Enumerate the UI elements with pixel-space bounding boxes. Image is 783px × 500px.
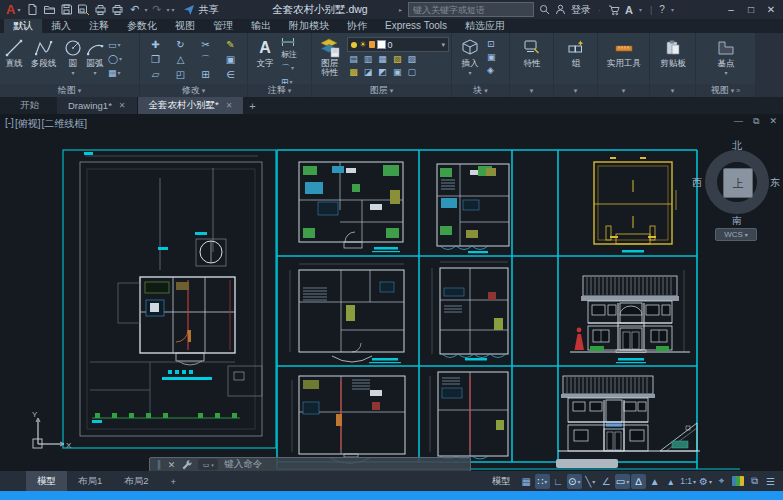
create-block-button[interactable]: ⊡ — [487, 39, 496, 50]
app-store-cart-icon[interactable] — [608, 4, 620, 16]
floor-plan-furnished-b[interactable] — [437, 164, 509, 253]
layer-on-bulb-icon[interactable] — [351, 42, 357, 48]
command-close-icon[interactable]: ✕ — [168, 460, 176, 470]
hatch-tool-button[interactable]: ▦ — [108, 67, 122, 79]
ellipse-tool-button[interactable]: ◯ — [108, 53, 122, 65]
properties-panel-caret[interactable] — [510, 84, 553, 97]
save-as-button[interactable] — [75, 2, 92, 17]
help-caret-icon[interactable]: ▾ — [671, 6, 674, 13]
properties-button[interactable]: 特性 — [513, 35, 551, 84]
polyline-button[interactable]: 多段线 — [25, 35, 62, 84]
offset-button[interactable]: ∈ — [226, 69, 235, 80]
workspace-switching[interactable]: ⚙ — [698, 474, 713, 489]
floor-plan-furnished-a[interactable] — [299, 162, 403, 252]
annotation-visibility-toggle[interactable]: ∆ — [631, 474, 646, 489]
layer-tool-unisolate[interactable]: ▩ — [349, 66, 358, 79]
ribbon-tab-annotate[interactable]: 注释 — [80, 19, 118, 33]
drawing-canvas[interactable]: Y X — [0, 114, 783, 471]
leader-button[interactable]: ⌒ — [281, 62, 297, 74]
visual-style-button[interactable]: [二维线框] — [41, 117, 87, 131]
search-collapse-icon[interactable]: ▸ — [399, 6, 402, 13]
view-panel-label[interactable]: 视图 — [696, 84, 755, 97]
layer-dropdown[interactable]: ☀ 0 ▾ — [347, 37, 449, 52]
object-snap-toggle[interactable]: ▭ — [615, 474, 630, 489]
tab-close-icon[interactable]: ✕ — [226, 101, 233, 110]
viewcube-north[interactable]: 北 — [701, 139, 773, 153]
floor-plan-f[interactable] — [430, 372, 508, 459]
stretch-button[interactable]: ▱ — [152, 69, 160, 80]
ellipse-caret-icon[interactable] — [118, 53, 122, 65]
layer-tool-current[interactable]: ▣ — [393, 66, 402, 79]
autodesk-apps-button[interactable]: A — [625, 4, 633, 16]
annotation-scale-icon[interactable]: ▴ — [663, 474, 678, 489]
ortho-toggle[interactable]: ∟ — [551, 474, 566, 489]
scrollbar-thumb[interactable] — [556, 459, 618, 468]
rear-elevation[interactable] — [556, 376, 700, 468]
roof-plan[interactable] — [594, 157, 676, 253]
model-tab[interactable]: 模型 — [26, 471, 67, 491]
isometric-drafting-toggle[interactable]: ╲ — [583, 474, 598, 489]
customize-wrench-icon[interactable] — [181, 459, 192, 470]
layer-tool-lock[interactable]: ▧ — [393, 53, 402, 66]
search-input[interactable] — [408, 2, 534, 17]
annotation-panel-label[interactable]: 注释 — [248, 84, 311, 97]
layer-lock-icon[interactable] — [369, 41, 375, 48]
groups-panel-caret[interactable] — [554, 84, 597, 97]
doc-minimize-button[interactable]: — — [734, 116, 743, 127]
layer-freeze-sun-icon[interactable]: ☀ — [359, 41, 366, 49]
minimize-button[interactable]: – — [721, 0, 741, 19]
sign-in-button[interactable]: 登录 — [571, 3, 591, 17]
maximize-button[interactable]: □ — [741, 0, 761, 19]
ribbon-tab-addins[interactable]: 附加模块 — [280, 19, 338, 33]
file-tab-active-document[interactable]: 全套农村小别墅* ✕ — [138, 97, 244, 114]
circle-flyout-caret-icon[interactable] — [71, 68, 74, 78]
layer-tool-isolate[interactable]: ▥ — [364, 53, 373, 66]
redo-button[interactable]: ↷ — [148, 2, 165, 17]
annotation-scale-value[interactable]: 1:1 — [679, 474, 697, 489]
line-button[interactable]: 直线 — [3, 35, 25, 84]
user-icon[interactable] — [555, 4, 566, 15]
layer-dropdown-caret-icon[interactable]: ▾ — [441, 41, 445, 49]
copy-button[interactable]: ❐ — [151, 54, 160, 65]
annotation-autoscale-toggle[interactable]: ▲ — [647, 474, 662, 489]
ribbon-tab-express-tools[interactable]: Express Tools — [376, 19, 456, 33]
arc-flyout-caret-icon[interactable] — [93, 68, 96, 78]
layer-tool-walk[interactable]: ▢ — [407, 66, 416, 79]
ribbon-tab-home[interactable]: 默认 — [4, 19, 42, 33]
block-attributes-button[interactable]: ◈ — [487, 65, 496, 76]
command-line[interactable]: ║ ✕ ▭ 键入命令 — [149, 457, 471, 471]
plot-button[interactable] — [92, 2, 109, 17]
recent-commands-button[interactable]: ▭ — [198, 459, 218, 470]
snap-toggle[interactable]: ∷ — [535, 474, 550, 489]
doc-restore-button[interactable]: ⧉ — [753, 116, 759, 127]
isolate-objects-toggle[interactable]: ⌖ — [714, 474, 729, 489]
file-tab-start[interactable]: 开始 — [2, 97, 57, 114]
drawing-area[interactable]: Y X [-] [俯视] [二维线框] — ⧉ ✕ 上 北 南 西 东 WCS … — [0, 114, 783, 471]
base-flyout-caret-icon[interactable] — [724, 68, 727, 78]
command-prompt[interactable]: 键入命令 — [224, 458, 262, 471]
layout1-tab[interactable]: 布局1 — [67, 471, 113, 491]
tab-close-icon[interactable]: ✕ — [119, 101, 126, 110]
close-button[interactable]: ✕ — [761, 0, 781, 19]
ribbon-tab-view[interactable]: 视图 — [166, 19, 204, 33]
draw-panel-label[interactable]: 绘图 — [0, 84, 139, 97]
erase-button[interactable]: ✎ — [226, 39, 234, 50]
layer-color-swatch[interactable] — [377, 40, 386, 49]
trim-button[interactable]: ✂ — [201, 39, 209, 50]
mirror-button[interactable]: △ — [177, 54, 185, 65]
move-button[interactable]: ✚ — [151, 39, 159, 50]
layer-tool-thaw[interactable]: ◪ — [364, 66, 373, 79]
viewport-menu-button[interactable]: [-] — [5, 117, 14, 131]
scale-button[interactable]: ◰ — [176, 69, 185, 80]
arc-button[interactable]: 圆弧 — [84, 35, 106, 84]
view-direction-button[interactable]: [俯视] — [15, 117, 41, 131]
paste-button[interactable]: 剪贴板 — [653, 35, 693, 84]
file-tab-drawing1[interactable]: Drawing1* ✕ — [57, 97, 138, 114]
layout2-tab[interactable]: 布局2 — [113, 471, 159, 491]
modify-panel-label[interactable]: 修改 — [140, 84, 247, 97]
edit-block-button[interactable]: ▣ — [487, 52, 496, 63]
base-point-button[interactable]: 基点 — [704, 35, 748, 84]
ribbon-tab-collaborate[interactable]: 协作 — [338, 19, 376, 33]
circle-button[interactable]: 圆 — [62, 35, 84, 84]
clean-screen-toggle[interactable]: ⧉ — [747, 474, 762, 489]
